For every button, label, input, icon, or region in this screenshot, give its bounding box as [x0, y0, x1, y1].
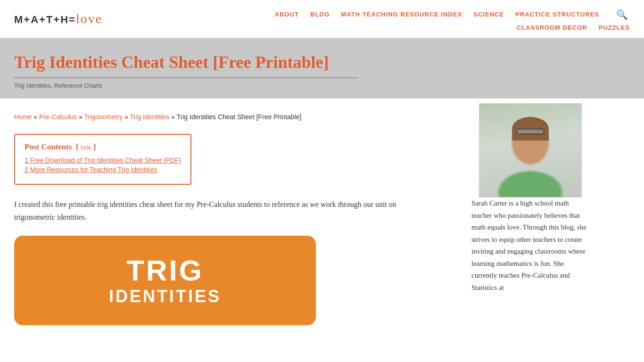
- breadcrumb-sep-2: »: [79, 113, 84, 121]
- logo-text: M+A+T+H=: [14, 14, 76, 25]
- post-contents-link-1[interactable]: 1 Free Download of Trig Identities Cheat…: [25, 156, 181, 164]
- nav-classroom-decor[interactable]: CLASSROOM DECOR: [517, 24, 587, 31]
- post-contents-num-2: 2: [25, 166, 30, 173]
- article-body: I created this free printable trig ident…: [14, 198, 420, 223]
- nav-about[interactable]: ABOUT: [275, 11, 299, 18]
- main-nav: ABOUT BLOG MATH TEACHING RESOURCE INDEX …: [275, 7, 630, 31]
- post-contents-title: Post Contents [ hide ]: [25, 142, 181, 152]
- nav-row-2: CLASSROOM DECOR PUZZLES: [517, 24, 630, 31]
- trig-identities-image: TRIG IDENTITIES: [14, 236, 316, 325]
- post-contents-link-2[interactable]: 2 More Resources for Teaching Trig Ident…: [25, 166, 157, 173]
- breadcrumb-sep-4: »: [171, 113, 176, 121]
- nav-practice-structures[interactable]: PRACTICE STRUCTURES: [515, 11, 599, 18]
- post-contents-list: 1 Free Download of Trig Identities Cheat…: [25, 156, 181, 173]
- post-contents-bracket-close: ]: [93, 142, 96, 151]
- breadcrumb-sep-3: »: [124, 113, 130, 121]
- breadcrumb-sep-1: »: [33, 113, 39, 121]
- title-underline: [14, 77, 358, 78]
- breadcrumb-trigonometry[interactable]: Trigonometry: [84, 113, 123, 121]
- trig-image-line2: IDENTITIES: [109, 287, 221, 306]
- list-item: 1 Free Download of Trig Identities Cheat…: [25, 156, 181, 164]
- search-icon: 🔍: [616, 9, 628, 20]
- content-area: Home » Pre-Calculus » Trigonometry » Tri…: [0, 99, 462, 339]
- post-contents-bracket: [: [74, 142, 81, 151]
- trig-image-line1: TRIG: [126, 255, 204, 287]
- photo-background: [479, 104, 581, 197]
- nav-math-resource-index[interactable]: MATH TEACHING RESOURCE INDEX: [341, 11, 462, 18]
- search-button[interactable]: 🔍: [614, 7, 630, 22]
- sidebar: Sarah Carter is a high school math teach…: [462, 99, 599, 339]
- breadcrumb: Home » Pre-Calculus » Trigonometry » Tri…: [14, 112, 448, 122]
- breadcrumb-home[interactable]: Home: [14, 113, 32, 121]
- photo-glasses: [516, 128, 545, 135]
- breadcrumb-precalculus[interactable]: Pre-Calculus: [39, 113, 77, 121]
- sidebar-wrapper: Sarah Carter is a high school math teach…: [471, 99, 589, 294]
- site-logo[interactable]: M+A+T+H=love: [14, 11, 102, 26]
- page-title: Trig Identities Cheat Sheet [Free Printa…: [14, 52, 424, 73]
- main-layout: Home » Pre-Calculus » Trigonometry » Tri…: [0, 99, 644, 339]
- author-photo: [479, 103, 582, 197]
- list-item: 2 More Resources for Teaching Trig Ident…: [25, 166, 181, 173]
- nav-blog[interactable]: BLOG: [310, 11, 330, 18]
- nav-science[interactable]: SCIENCE: [473, 11, 504, 18]
- nav-row-1: ABOUT BLOG MATH TEACHING RESOURCE INDEX …: [275, 7, 630, 22]
- post-contents-num-1: 1: [25, 156, 30, 164]
- hero-section: Trig Identities Cheat Sheet [Free Printa…: [0, 38, 644, 99]
- author-bio: Sarah Carter is a high school math teach…: [471, 197, 589, 294]
- breadcrumb-trig-identities[interactable]: Trig Identities: [130, 113, 170, 121]
- post-contents-hide-link[interactable]: hide: [81, 144, 91, 151]
- nav-puzzles[interactable]: PUZZLES: [599, 24, 630, 31]
- post-contents-box: Post Contents [ hide ] 1 Free Download o…: [14, 134, 191, 185]
- post-tags: Trig Identities, Reference Charts: [14, 82, 630, 89]
- breadcrumb-current: Trig Identities Cheat Sheet [Free Printa…: [177, 113, 302, 121]
- logo-love: love: [76, 11, 102, 26]
- site-header: M+A+T+H=love ABOUT BLOG MATH TEACHING RE…: [0, 0, 644, 38]
